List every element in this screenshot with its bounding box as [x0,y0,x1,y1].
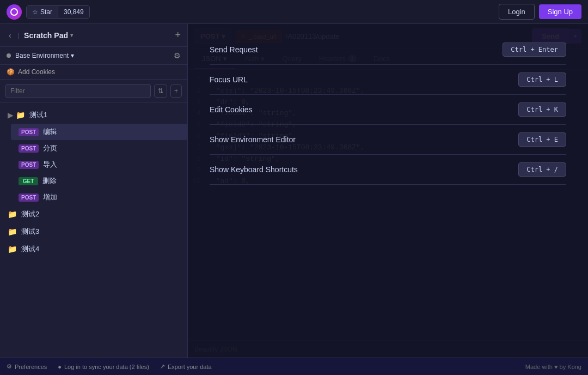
shortcut-row: Show Environment Editor Ctrl + E [210,125,566,155]
shortcut-row: Show Keyboard Shortcuts Ctrl + / [210,155,566,185]
request-item[interactable]: POST 导入 [11,156,187,173]
sidebar-title: Scratch Pad ▾ [24,31,73,40]
shortcut-shortcuts-key: Ctrl + / [518,162,566,177]
top-bar-right: Login Sign Up [499,4,581,20]
method-badge-post: POST [19,193,39,202]
folder-icon: 📁 [8,210,17,219]
sidebar-header: ‹ | Scratch Pad ▾ + [0,24,187,47]
environment-name[interactable]: Base Environment ▾ [15,52,74,59]
filter-bar: ⇅ + [0,80,187,103]
logo-icon [10,8,18,16]
shortcut-send-label: Send Request [210,45,258,54]
request-item[interactable]: POST 分页 [11,140,187,156]
top-bar: ☆ Star 30,849 Login Sign Up [0,0,588,24]
export-icon: ↗ [160,363,165,370]
signup-button[interactable]: Sign Up [539,4,581,19]
method-badge-get: GET [19,177,38,185]
request-item[interactable]: POST 编辑 [11,124,187,140]
preferences-item[interactable]: ⚙ Preferences [7,363,47,370]
collapse-button[interactable]: ‹ [7,30,14,41]
shortcut-row: Focus URL Ctrl + L [210,65,566,95]
shortcut-shortcuts-label: Show Keyboard Shortcuts [210,165,298,174]
method-badge-post: POST [19,161,39,169]
shortcut-url-key: Ctrl + L [518,72,566,87]
star-button[interactable]: ☆ Star 30,849 [26,5,90,19]
shortcut-env-label: Show Environment Editor [210,135,296,144]
filter-add-button[interactable]: + [170,84,182,98]
shortcut-row: Edit Cookies Ctrl + K [210,95,566,125]
folder-item[interactable]: 📁 测试3 [0,223,187,240]
filter-input[interactable] [5,84,151,98]
env-dot-icon [7,53,11,58]
star-label: ☆ Star [27,6,58,18]
star-count: 30,849 [58,6,89,18]
made-with: Made with ♥ by Kong [525,364,581,370]
shortcut-send-key: Ctrl + Enter [503,43,566,57]
cookie-icon: 🍪 [7,68,15,76]
sidebar-add-button[interactable]: + [175,29,181,41]
sync-icon: ● [58,364,62,370]
add-cookies-item[interactable]: 🍪 Add Cookies [0,65,187,80]
folder-item[interactable]: 📁 测试2 [0,205,187,223]
chevron-down-icon: ▾ [70,32,73,38]
star-icon: ☆ [32,8,38,16]
main-content: POST ▾ ⚠ _.base_url Send ▾ JSON ▾ Auth ▾ [188,24,588,358]
request-item[interactable]: GET 删除 [11,173,187,189]
main-layout: ‹ | Scratch Pad ▾ + Base Environment ▾ ⚙… [0,24,588,358]
environment-bar: Base Environment ▾ ⚙ [0,47,187,65]
shortcut-env-key: Ctrl + E [518,132,566,147]
top-bar-left: ☆ Star 30,849 [7,4,90,20]
gear-icon[interactable]: ⚙ [174,51,181,60]
request-list: POST 编辑 POST 分页 POST 导入 GET 删除 POST 增加 [0,124,187,205]
method-badge-post: POST [19,128,39,136]
sidebar: ‹ | Scratch Pad ▾ + Base Environment ▾ ⚙… [0,24,188,358]
folder-icon: 📁 [8,227,17,236]
shortcut-row: Send Request Ctrl + Enter [210,35,566,65]
sort-button[interactable]: ⇅ [154,84,167,98]
preferences-icon: ⚙ [7,363,12,370]
bottom-bar: ⚙ Preferences ● Log in to sync your data… [0,358,588,375]
folder-item[interactable]: 📁 测试4 [0,240,187,258]
shortcut-url-label: Focus URL [210,75,248,84]
folder-icon: 📁 [8,245,17,253]
shortcut-cookies-label: Edit Cookies [210,105,253,114]
folder-list: ▶ 📁 测试1 POST 编辑 POST 分页 POST 导入 GET [0,103,187,358]
method-badge-post: POST [19,144,39,153]
request-item[interactable]: POST 增加 [11,189,187,205]
export-item[interactable]: ↗ Export your data [160,363,212,370]
folder-item[interactable]: ▶ 📁 测试1 [0,106,187,124]
login-button[interactable]: Login [499,4,535,20]
shortcuts-overlay: Send Request Ctrl + Enter Focus URL Ctrl… [188,24,588,358]
sync-item[interactable]: ● Log in to sync your data (2 files) [58,364,149,370]
shortcut-cookies-key: Ctrl + K [518,102,566,117]
env-chevron-icon: ▾ [71,52,74,59]
folder-icon: ▶ 📁 [8,111,25,119]
logo[interactable] [7,4,22,20]
